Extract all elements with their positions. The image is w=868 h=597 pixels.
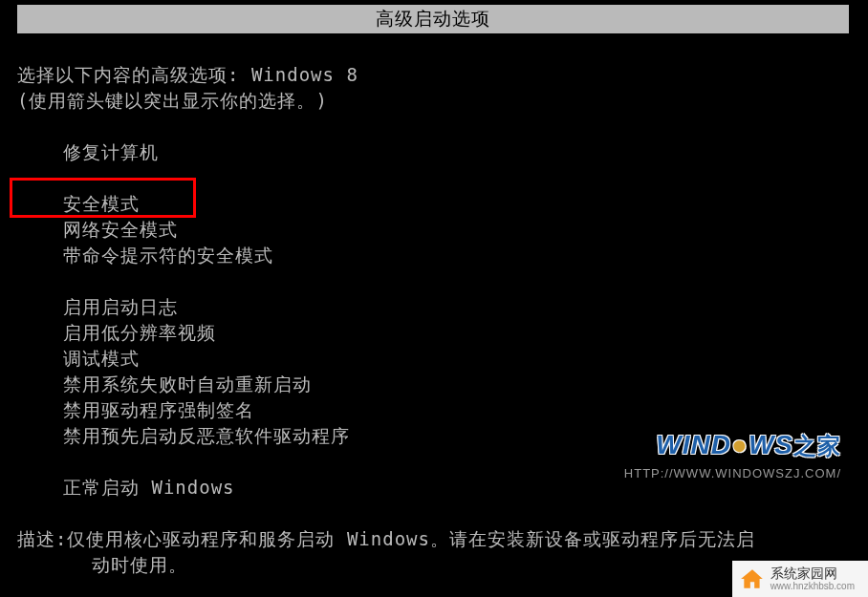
menu-item-repair[interactable]: 修复计算机 xyxy=(63,139,851,165)
menu-item-disable-restart[interactable]: 禁用系统失败时自动重新启动 xyxy=(63,372,851,397)
watermark-site-url: www.hnzkhbsb.com xyxy=(770,581,855,591)
menu-item-safe-mode[interactable]: 安全模式 xyxy=(63,191,851,217)
menu-item-safe-mode-network[interactable]: 网络安全模式 xyxy=(63,217,851,243)
description-label: 描述: xyxy=(17,526,67,552)
menu-item-debug[interactable]: 调试模式 xyxy=(63,346,851,372)
menu-item-disable-driver-sig[interactable]: 禁用驱动程序强制签名 xyxy=(63,397,851,423)
menu-item-boot-log[interactable]: 启用启动日志 xyxy=(63,294,851,320)
title-bar: 高级启动选项 xyxy=(17,5,849,33)
content-area: 选择以下内容的高级选项: Windows 8 (使用箭头键以突出显示你的选择。)… xyxy=(0,33,868,578)
instruction-line-2: (使用箭头键以突出显示你的选择。) xyxy=(17,88,851,114)
title-text: 高级启动选项 xyxy=(376,8,490,29)
menu-item-low-res[interactable]: 启用低分辨率视频 xyxy=(63,320,851,346)
description-section: 描述: 仅使用核心驱动程序和服务启动 Windows。请在安装新设备或驱动程序后… xyxy=(17,526,851,578)
boot-menu: 修复计算机 安全模式 网络安全模式 带命令提示符的安全模式 启用启动日志 启用低… xyxy=(17,139,851,501)
menu-item-normal[interactable]: 正常启动 Windows xyxy=(63,475,851,501)
description-text-1: 仅使用核心驱动程序和服务启动 Windows。请在安装新设备或驱动程序后无法启 xyxy=(67,528,755,549)
description-text-2: 动时使用。 xyxy=(17,552,851,578)
instruction-line-1: 选择以下内容的高级选项: Windows 8 xyxy=(17,62,851,88)
menu-item-disable-antimalware[interactable]: 禁用预先启动反恶意软件驱动程序 xyxy=(63,423,851,449)
menu-item-safe-mode-cmd[interactable]: 带命令提示符的安全模式 xyxy=(63,243,851,268)
